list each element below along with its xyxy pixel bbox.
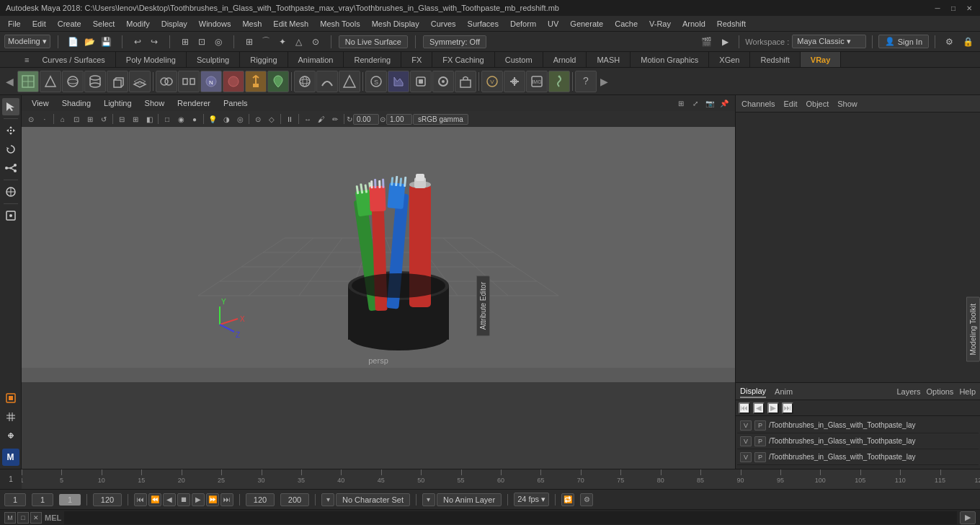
tab-custom[interactable]: Custom <box>495 52 543 67</box>
tab-rigging[interactable]: Rigging <box>240 52 288 67</box>
vp-shadows[interactable]: ◑ <box>220 112 233 125</box>
vp-wireframe[interactable]: □ <box>161 112 174 125</box>
vp-fullscreen-button[interactable]: ⤢ <box>689 97 702 110</box>
vp-gamma-btn[interactable]: sRGB gamma <box>413 114 468 125</box>
vp-vertex-mode[interactable]: · <box>38 112 51 125</box>
char-set-dropdown-arrow[interactable]: ▾ <box>321 493 334 506</box>
vp-menu-renderer[interactable]: Renderer <box>172 97 216 109</box>
snap-point-button[interactable]: ✦ <box>275 34 290 50</box>
mel-icon[interactable]: M <box>4 512 16 524</box>
vp-menu-panels[interactable]: Panels <box>218 97 254 109</box>
dp-nav-right-1[interactable]: ▶ <box>767 402 779 414</box>
snap-curve-button[interactable]: ⌒ <box>258 34 274 50</box>
layer-v-btn-1[interactable]: V <box>740 420 752 431</box>
shelf-icon-20[interactable] <box>455 71 476 92</box>
redo-button[interactable]: ↪ <box>146 34 162 50</box>
tab-fx-caching[interactable]: FX Caching <box>432 52 494 67</box>
rotate-tool[interactable] <box>2 141 19 158</box>
shelf-icon-8[interactable] <box>178 71 200 92</box>
vp-menu-shading[interactable]: Shading <box>56 97 97 109</box>
vp-subd[interactable]: ◇ <box>265 112 278 125</box>
vp-paint[interactable]: 🖌 <box>315 112 328 125</box>
layer-p-btn-3[interactable]: P <box>754 452 766 462</box>
menu-deform[interactable]: Deform <box>505 18 541 30</box>
lasso-select-button[interactable]: ◎ <box>210 34 226 50</box>
layer-p-btn-2[interactable]: P <box>754 436 766 446</box>
shelf-icon-1[interactable] <box>17 71 39 92</box>
pb-skip-start[interactable]: ⏮ <box>134 493 147 506</box>
mel-minimize-btn[interactable]: □ <box>17 512 29 524</box>
tab-arnold[interactable]: Arnold <box>543 52 587 67</box>
tab-vray[interactable]: VRay <box>801 52 842 67</box>
range-start-input[interactable] <box>93 493 122 506</box>
shelf-icon-6[interactable] <box>129 71 151 92</box>
shelf-right-arrow[interactable]: ▶ <box>597 76 611 87</box>
shelf-icon-21[interactable]: V <box>481 71 503 92</box>
save-file-button[interactable]: 💾 <box>99 34 115 50</box>
pb-play-back[interactable]: ◀ <box>163 493 176 506</box>
pb-skip-end[interactable]: ⏭ <box>220 493 233 506</box>
workspace-selector[interactable]: Maya Classic ▾ <box>792 35 865 48</box>
cb-object[interactable]: Object <box>806 100 829 108</box>
ipr-button[interactable]: ▶ <box>717 34 733 50</box>
vp-hud[interactable]: ◧ <box>143 112 156 125</box>
shelf-icon-16[interactable]: S <box>365 71 387 92</box>
scale-tool[interactable] <box>2 159 19 177</box>
shelf-icon-25[interactable]: ? <box>575 71 597 92</box>
vp-frame-all[interactable]: ⊡ <box>70 112 83 125</box>
shelf-icon-10[interactable] <box>223 71 244 92</box>
close-button[interactable]: ✕ <box>964 3 974 13</box>
dp-sub-layers[interactable]: Layers <box>896 386 920 397</box>
shelf-icon-13[interactable] <box>294 71 316 92</box>
dp-tab-display[interactable]: Display <box>740 385 766 398</box>
shelf-icon-4[interactable] <box>84 71 106 92</box>
vp-pause[interactable]: ⏸ <box>283 112 296 125</box>
minimize-button[interactable]: ─ <box>932 3 943 13</box>
tab-rendering[interactable]: Rendering <box>344 52 401 67</box>
dp-sub-options[interactable]: Options <box>926 386 953 397</box>
cb-channels[interactable]: Channels <box>741 100 775 108</box>
dp-nav-right-2[interactable]: ⏭ <box>782 402 793 414</box>
vp-exposure-input[interactable] <box>386 114 412 125</box>
menu-create[interactable]: Create <box>53 18 86 30</box>
settings-status-button[interactable]: ⚙ <box>580 493 593 506</box>
tab-curves-surfaces[interactable]: Curves / Surfaces <box>32 52 115 67</box>
mel-input[interactable] <box>64 511 957 524</box>
live-surface-button[interactable]: No Live Surface <box>339 35 408 48</box>
shelf-icon-11[interactable] <box>245 71 267 92</box>
tab-xgen[interactable]: XGen <box>709 52 750 67</box>
shelf-icon-22[interactable] <box>504 71 525 92</box>
shelf-icon-5[interactable] <box>107 71 128 92</box>
tab-poly-modeling[interactable]: Poly Modeling <box>116 52 187 67</box>
layer-p-btn-1[interactable]: P <box>754 420 766 431</box>
open-file-button[interactable]: 📂 <box>82 34 98 50</box>
menu-edit[interactable]: Edit <box>27 18 51 30</box>
universal-manip-tool[interactable] <box>2 183 19 200</box>
shelf-icon-3[interactable] <box>62 71 84 92</box>
select-tool[interactable] <box>2 98 19 115</box>
modeling-toolkit-tab[interactable]: Modeling Toolkit <box>966 297 980 362</box>
vp-poly-count[interactable]: ⊟ <box>115 112 128 125</box>
vp-menu-show[interactable]: Show <box>139 97 171 109</box>
vp-menu-view[interactable]: View <box>26 97 55 109</box>
menu-edit-mesh[interactable]: Edit Mesh <box>268 18 313 30</box>
vp-grid[interactable]: ⊞ <box>129 112 142 125</box>
maximize-button[interactable]: □ <box>948 3 958 13</box>
vp-gamma-input[interactable] <box>353 114 379 125</box>
loop-button[interactable]: 🔁 <box>561 493 574 506</box>
pb-step-back[interactable]: ⏪ <box>148 493 161 506</box>
symmetry-button[interactable]: Symmetry: Off <box>423 35 486 48</box>
vp-layout-button[interactable]: ⊞ <box>674 97 687 110</box>
fps-selector[interactable]: 24 fps ▾ <box>514 493 549 506</box>
viewport[interactable]: View Shading Lighting Show Renderer Pane… <box>22 95 735 382</box>
tab-animation[interactable]: Animation <box>288 52 344 67</box>
menu-curves[interactable]: Curves <box>426 18 461 30</box>
pb-step-fwd[interactable]: ⏩ <box>206 493 219 506</box>
lock-button[interactable]: 🔒 <box>960 34 976 50</box>
menu-mesh[interactable]: Mesh <box>237 18 267 30</box>
menu-mesh-tools[interactable]: Mesh Tools <box>315 18 365 30</box>
shelf-left-arrow[interactable]: ◀ <box>3 76 17 87</box>
new-file-button[interactable]: 📄 <box>66 34 81 50</box>
move-tool[interactable] <box>2 122 19 139</box>
menu-uv[interactable]: UV <box>543 18 564 30</box>
